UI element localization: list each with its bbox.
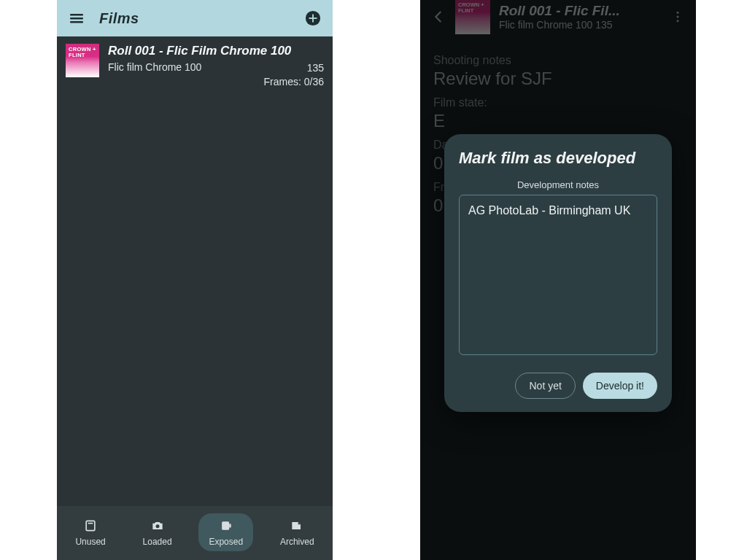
svg-rect-10 — [229, 524, 231, 528]
svg-rect-9 — [222, 521, 229, 530]
phone-films-list: Films CROWN +FLINT Roll 001 - Flic Film … — [57, 0, 333, 560]
not-yet-button[interactable]: Not yet — [515, 373, 575, 399]
film-title: Roll 001 - Flic Film Chrome 100 — [108, 44, 324, 58]
svg-rect-5 — [309, 18, 317, 19]
films-header: Films — [57, 0, 333, 36]
film-iso: 135 — [307, 61, 324, 75]
tab-label: Exposed — [209, 537, 243, 547]
svg-rect-2 — [70, 21, 83, 23]
page-title: Films — [99, 10, 290, 27]
film-thumbnail: CROWN +FLINT — [66, 44, 99, 77]
add-film-button[interactable] — [303, 9, 322, 28]
tab-loaded[interactable]: Loaded — [133, 513, 182, 551]
film-list-item[interactable]: CROWN +FLINT Roll 001 - Flic Film Chrome… — [57, 36, 333, 96]
bottom-tabs: Unused Loaded Exposed Archived — [57, 506, 333, 560]
film-stock-name: Flic film Chrome 100 — [108, 61, 201, 89]
tab-unused[interactable]: Unused — [65, 513, 115, 551]
development-notes-input[interactable] — [459, 195, 657, 355]
svg-rect-6 — [86, 521, 95, 530]
phone-film-detail: CROWN +FLINT Roll 001 - Flic Fil... Flic… — [420, 0, 696, 560]
archive-icon — [289, 518, 305, 534]
tab-exposed[interactable]: Exposed — [198, 513, 253, 551]
camera-icon — [150, 518, 166, 534]
svg-rect-0 — [70, 14, 83, 15]
films-body: CROWN +FLINT Roll 001 - Flic Film Chrome… — [57, 36, 333, 506]
tab-label: Unused — [75, 537, 105, 547]
tab-label: Loaded — [143, 537, 172, 547]
dialog-subtitle: Development notes — [459, 179, 657, 190]
tab-archived[interactable]: Archived — [270, 513, 325, 551]
film-info: Roll 001 - Flic Film Chrome 100 Flic fil… — [108, 44, 324, 89]
develop-dialog: Mark film as developed Development notes… — [444, 134, 672, 412]
svg-rect-1 — [70, 18, 83, 19]
box-icon — [82, 518, 98, 534]
tab-label: Archived — [280, 537, 314, 547]
film-roll-icon — [218, 518, 234, 534]
film-frames: Frames: 0/36 — [264, 75, 324, 89]
svg-point-8 — [155, 524, 159, 528]
dialog-title: Mark film as developed — [459, 149, 657, 168]
menu-icon[interactable] — [67, 9, 86, 28]
develop-it-button[interactable]: Develop it! — [583, 373, 657, 399]
